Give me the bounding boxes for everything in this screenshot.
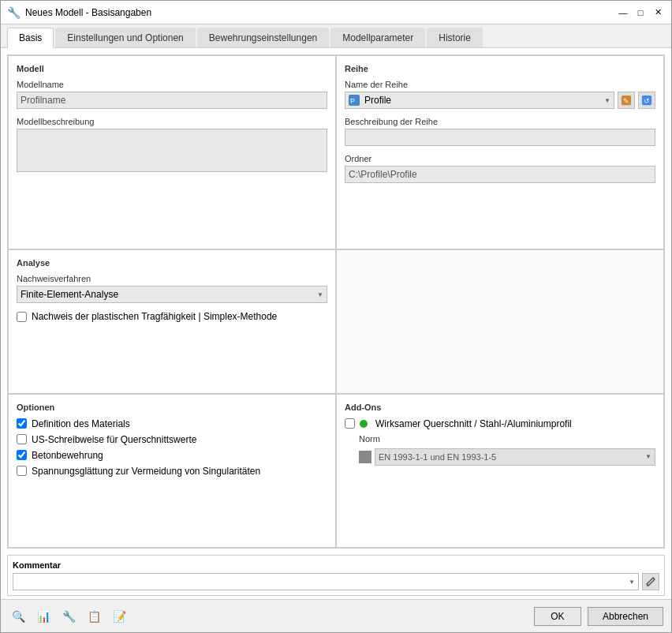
analyse-right-panel xyxy=(336,249,664,393)
optionen-checkbox-2: Betonbewehrung xyxy=(17,450,327,461)
optionen-cb-2[interactable] xyxy=(17,450,27,460)
addons-checkbox[interactable] xyxy=(345,418,355,429)
kommentar-edit-btn[interactable] xyxy=(642,573,659,590)
dropdown-arrow-icon: ▼ xyxy=(604,97,610,104)
modell-title: Modell xyxy=(17,64,327,73)
reihe-edit-btn[interactable]: ✎ xyxy=(618,92,635,109)
content-area: Modell Modellname Modellbeschreibung Rei… xyxy=(1,48,671,599)
norm-dropdown[interactable]: EN 1993-1-1 und EN 1993-1-5 ▼ xyxy=(375,448,655,466)
nachweisverfahren-label: Nachweisverfahren xyxy=(17,274,327,283)
optionen-cb-1[interactable] xyxy=(17,434,27,444)
optionen-checkbox-0: Definition des Materials xyxy=(17,418,327,429)
tab-bar: Basis Einstellungen und Optionen Bewehru… xyxy=(1,24,671,48)
title-bar-left: 🔧 Neues Modell - Basisangaben xyxy=(7,6,151,19)
main-window: 🔧 Neues Modell - Basisangaben — □ ✕ Basi… xyxy=(0,0,672,633)
kommentar-section: Kommentar ▼ xyxy=(7,555,665,596)
kommentar-arrow-icon: ▼ xyxy=(629,579,635,586)
tab-basis[interactable]: Basis xyxy=(7,28,54,48)
addons-checkbox-label: Wirksamer Querschnitt / Stahl-/Aluminium… xyxy=(375,418,572,429)
analyse-checkbox-row: Nachweis der plastischen Tragfähigkeit |… xyxy=(17,311,327,322)
title-bar: 🔧 Neues Modell - Basisangaben — □ ✕ xyxy=(1,1,671,24)
addons-checkbox-row: Wirksamer Querschnitt / Stahl-/Aluminium… xyxy=(345,418,655,429)
tab-einstellungen[interactable]: Einstellungen und Optionen xyxy=(55,28,195,47)
ok-button[interactable]: OK xyxy=(534,607,581,626)
analyse-checkbox-label: Nachweis der plastischen Tragfähigkeit |… xyxy=(32,311,277,322)
optionen-checkbox-1: US-Schreibweise für Querschnittswerte xyxy=(17,434,327,445)
optionen-label-3: Spannungsglättung zur Vermeidung von Sin… xyxy=(32,466,260,477)
nachweisverfahren-value: Finite-Element-Analyse xyxy=(21,289,118,300)
reihe-refresh-icon: ↺ xyxy=(641,95,652,106)
modellname-input[interactable] xyxy=(17,92,327,109)
title-bar-controls: — □ ✕ xyxy=(616,6,665,20)
footer-table-btn[interactable]: 📊 xyxy=(34,607,53,626)
kommentar-edit-icon xyxy=(646,577,655,586)
reihe-edit-icon: ✎ xyxy=(621,95,632,106)
reihe-name-label: Name der Reihe xyxy=(345,80,655,89)
nachweisverfahren-arrow-icon: ▼ xyxy=(317,291,323,298)
norm-arrow-icon: ▼ xyxy=(645,453,651,460)
close-button[interactable]: ✕ xyxy=(651,6,665,20)
svg-text:P: P xyxy=(350,97,355,105)
nachweisverfahren-dropdown[interactable]: Finite-Element-Analyse ▼ xyxy=(17,286,327,303)
ordner-label: Ordner xyxy=(345,154,655,163)
footer-tool3-btn[interactable]: 📝 xyxy=(110,607,129,626)
reihe-name-row: P Profile ▼ ✎ xyxy=(345,92,655,109)
modellbeschreibung-input[interactable] xyxy=(17,129,327,172)
modell-panel: Modell Modellname Modellbeschreibung xyxy=(8,55,336,249)
footer-tool1-btn[interactable]: 🔧 xyxy=(59,607,78,626)
reihe-name-dropdown[interactable]: P Profile ▼ xyxy=(345,92,614,109)
modellbeschreibung-label: Modellbeschreibung xyxy=(17,117,327,126)
norm-icon xyxy=(359,451,371,463)
analyse-checkbox[interactable] xyxy=(17,312,27,322)
optionen-cb-0[interactable] xyxy=(17,418,27,429)
beschreibung-input[interactable] xyxy=(345,129,655,146)
optionen-label-0: Definition des Materials xyxy=(32,418,130,429)
reihe-refresh-btn[interactable]: ↺ xyxy=(638,92,655,109)
norm-value: EN 1993-1-1 und EN 1993-1-5 xyxy=(379,452,496,462)
tab-historie[interactable]: Historie xyxy=(427,28,483,47)
ordner-value: C:\Profile\Profile xyxy=(345,166,655,183)
analyse-panel: Analyse Nachweisverfahren Finite-Element… xyxy=(8,249,336,393)
tab-bewehrung[interactable]: Bewehrungseinstellungen xyxy=(197,28,329,47)
footer-right: OK Abbrechen xyxy=(534,607,663,626)
norm-label: Norm xyxy=(359,434,655,444)
optionen-title: Optionen xyxy=(17,403,327,412)
addons-panel: Add-Ons Wirksamer Querschnitt / Stahl-/A… xyxy=(336,394,664,548)
svg-text:✎: ✎ xyxy=(623,97,629,105)
main-grid: Modell Modellname Modellbeschreibung Rei… xyxy=(7,54,665,549)
svg-text:↺: ↺ xyxy=(644,97,650,105)
footer-tool2-btn[interactable]: 📋 xyxy=(84,607,103,626)
kommentar-dropdown[interactable]: ▼ xyxy=(13,573,639,590)
footer-icons: 🔍 📊 🔧 📋 📝 xyxy=(9,607,129,626)
norm-row: EN 1993-1-1 und EN 1993-1-5 ▼ xyxy=(359,448,655,466)
reihe-dropdown-icon: P xyxy=(349,95,360,106)
footer-bar: 🔍 📊 🔧 📋 📝 OK Abbrechen xyxy=(1,599,671,632)
cancel-button[interactable]: Abbrechen xyxy=(588,607,663,626)
tab-modellparameter[interactable]: Modellparameter xyxy=(330,28,425,47)
reihe-panel: Reihe Name der Reihe P Profile ▼ xyxy=(336,55,664,249)
status-dot xyxy=(360,420,368,428)
optionen-checkbox-3: Spannungsglättung zur Vermeidung von Sin… xyxy=(17,466,327,477)
modellname-label: Modellname xyxy=(17,80,327,89)
reihe-name-value: Profile xyxy=(364,95,391,106)
beschreibung-label: Beschreibung der Reihe xyxy=(345,117,655,126)
optionen-panel: Optionen Definition des Materials US-Sch… xyxy=(8,394,336,548)
kommentar-input-row: ▼ xyxy=(13,573,659,590)
analyse-title: Analyse xyxy=(17,258,327,268)
addons-title: Add-Ons xyxy=(345,403,655,412)
minimize-button[interactable]: — xyxy=(616,6,630,20)
reihe-title: Reihe xyxy=(345,64,655,73)
footer-search-btn[interactable]: 🔍 xyxy=(9,607,28,626)
maximize-button[interactable]: □ xyxy=(633,6,648,20)
optionen-cb-3[interactable] xyxy=(17,466,27,476)
kommentar-label: Kommentar xyxy=(13,560,659,570)
window-icon: 🔧 xyxy=(7,6,21,19)
optionen-label-2: Betonbewehrung xyxy=(32,450,103,461)
window-title: Neues Modell - Basisangaben xyxy=(25,7,151,18)
optionen-label-1: US-Schreibweise für Querschnittswerte xyxy=(32,434,196,445)
